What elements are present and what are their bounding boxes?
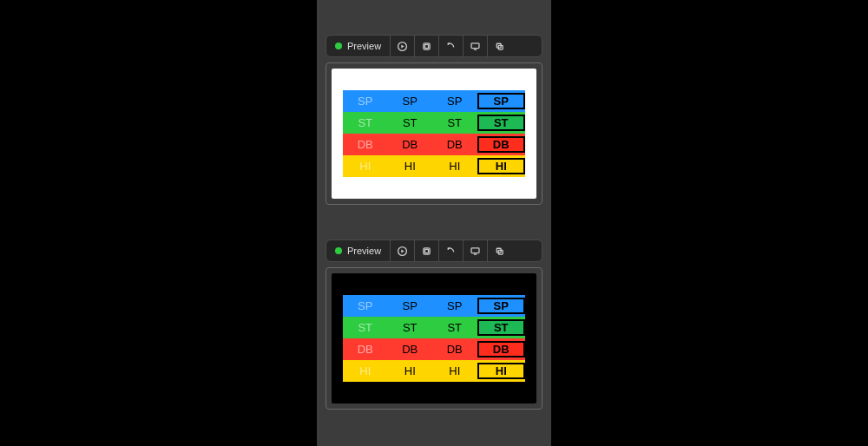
style-cell: DB	[343, 138, 388, 151]
table-row: ST ST ST ST	[343, 317, 525, 338]
style-cell: ST	[343, 321, 388, 334]
play-icon	[397, 41, 408, 52]
svg-rect-3	[471, 43, 479, 48]
device-button[interactable]	[463, 240, 487, 261]
table-row: HI HI HI HI	[343, 360, 525, 382]
variants-icon	[421, 246, 432, 257]
duplicate-button[interactable]	[487, 240, 511, 261]
preview-status-button[interactable]: Preview	[326, 240, 390, 261]
svg-rect-8	[425, 249, 429, 253]
display-icon	[470, 41, 481, 52]
duplicate-button[interactable]	[487, 36, 511, 56]
preview-toolbar: Preview	[326, 35, 542, 57]
display-icon	[470, 246, 481, 257]
svg-rect-2	[425, 44, 429, 48]
table-row: SP SP SP SP	[343, 90, 525, 112]
table-row: SP SP SP SP	[343, 295, 525, 317]
canvas-light: SP SP SP SP ST ST ST ST DB DB DB	[332, 69, 536, 199]
style-cell: SP	[432, 95, 477, 108]
style-cell: SP	[343, 95, 388, 108]
style-cell: ST	[432, 116, 477, 129]
style-cell: HI	[388, 364, 433, 377]
live-dot-icon	[335, 247, 342, 254]
duplicate-icon	[494, 246, 505, 257]
style-cell: ST	[388, 116, 433, 129]
style-cell-boxed: HI	[477, 363, 526, 379]
preview-label: Preview	[347, 246, 381, 256]
style-cell: HI	[343, 160, 388, 173]
preview-pane-dark: Preview SP SP	[317, 239, 551, 410]
table-row: HI HI HI HI	[343, 155, 525, 177]
preview-pane-light: Preview SP SP	[317, 35, 551, 205]
table-row: DB DB DB DB	[343, 134, 525, 155]
canvas-wrap-dark: SP SP SP SP ST ST ST ST DB DB DB	[326, 267, 542, 410]
variants-icon	[421, 41, 432, 52]
style-cell: ST	[432, 321, 477, 334]
svg-rect-9	[471, 247, 479, 253]
orientation-button[interactable]	[438, 36, 463, 56]
style-grid: SP SP SP SP ST ST ST ST DB DB DB	[343, 90, 525, 177]
table-row: ST ST ST ST	[343, 112, 525, 134]
style-cell: DB	[432, 138, 477, 151]
style-cell: SP	[343, 299, 388, 312]
style-cell: SP	[388, 299, 433, 312]
style-cell-boxed: HI	[477, 158, 526, 174]
device-button[interactable]	[463, 36, 487, 56]
style-grid: SP SP SP SP ST ST ST ST DB DB DB	[343, 295, 525, 382]
variants-button[interactable]	[414, 240, 438, 261]
style-cell: ST	[388, 321, 433, 334]
style-cell: DB	[343, 343, 388, 356]
play-icon	[397, 246, 408, 257]
style-cell: SP	[388, 95, 433, 108]
preview-status-button[interactable]: Preview	[326, 36, 390, 56]
variants-button[interactable]	[414, 36, 438, 56]
play-button[interactable]	[390, 240, 414, 261]
style-cell-boxed: ST	[477, 115, 526, 131]
play-button[interactable]	[390, 36, 414, 56]
style-cell: DB	[388, 138, 433, 151]
style-cell: ST	[343, 116, 388, 129]
style-cell: HI	[432, 160, 477, 173]
style-cell-boxed: SP	[477, 93, 526, 109]
style-cell: HI	[432, 364, 477, 377]
preview-toolbar: Preview	[326, 239, 542, 262]
canvas-wrap-light: SP SP SP SP ST ST ST ST DB DB DB	[326, 62, 542, 205]
style-cell-boxed: ST	[477, 319, 526, 336]
style-cell-boxed: DB	[477, 136, 526, 153]
style-cell: SP	[432, 299, 477, 312]
style-cell-boxed: SP	[477, 298, 526, 314]
style-cell: DB	[388, 343, 433, 356]
style-cell-boxed: DB	[477, 341, 526, 357]
style-cell: DB	[432, 343, 477, 356]
canvas-dark: SP SP SP SP ST ST ST ST DB DB DB	[332, 273, 536, 403]
orientation-button[interactable]	[438, 240, 463, 261]
live-dot-icon	[335, 43, 342, 49]
duplicate-icon	[494, 41, 505, 52]
style-cell: HI	[388, 160, 433, 173]
table-row: DB DB DB DB	[343, 338, 525, 360]
preview-label: Preview	[347, 41, 381, 51]
rotate-icon	[445, 41, 457, 52]
style-cell: HI	[343, 364, 388, 377]
rotate-icon	[445, 246, 457, 257]
